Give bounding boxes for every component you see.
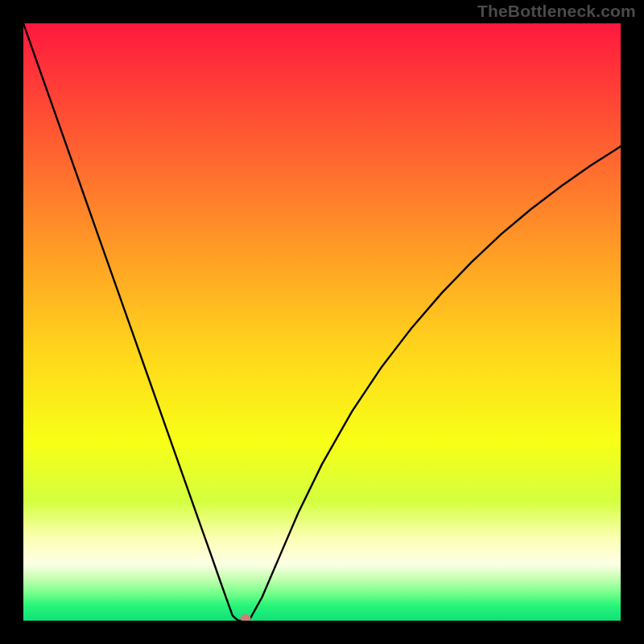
gradient-background [23, 23, 621, 621]
watermark-text: TheBottleneck.com [477, 2, 636, 21]
plot-area [23, 23, 621, 621]
chart-container: TheBottleneck.com [0, 0, 644, 644]
chart-svg [23, 23, 621, 621]
